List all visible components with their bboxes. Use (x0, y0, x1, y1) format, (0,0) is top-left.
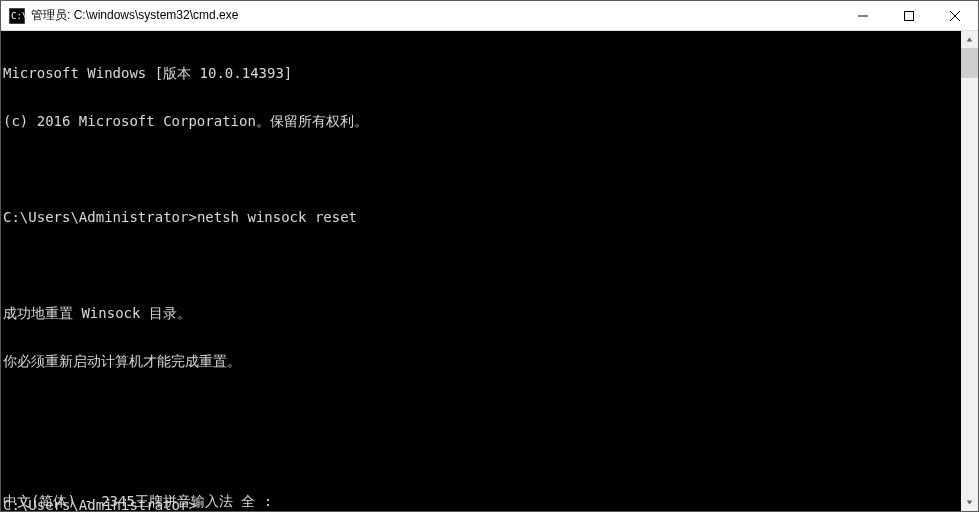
scroll-down-button[interactable] (961, 494, 978, 511)
result-line: 你必须重新启动计算机才能完成重置。 (3, 353, 961, 369)
window-controls (840, 1, 978, 30)
vertical-scrollbar[interactable] (961, 31, 978, 511)
svg-marker-7 (967, 500, 973, 504)
svg-rect-3 (905, 11, 914, 20)
blank-line (3, 257, 961, 273)
ime-status-line: 中文(简体) - 2345王牌拼音输入法 全 : (3, 493, 272, 509)
scroll-track[interactable] (961, 48, 978, 494)
maximize-button[interactable] (886, 1, 932, 30)
version-line: Microsoft Windows [版本 10.0.14393] (3, 65, 961, 81)
window-title: 管理员: C:\windows\system32\cmd.exe (31, 7, 840, 24)
result-line: 成功地重置 Winsock 目录。 (3, 305, 961, 321)
scroll-up-button[interactable] (961, 31, 978, 48)
cmd-icon: C:\ (9, 8, 25, 24)
svg-text:C:\: C:\ (11, 11, 25, 21)
console-output[interactable]: Microsoft Windows [版本 10.0.14393] (c) 20… (1, 31, 961, 511)
titlebar[interactable]: C:\ 管理员: C:\windows\system32\cmd.exe (1, 1, 978, 31)
copyright-line: (c) 2016 Microsoft Corporation。保留所有权利。 (3, 113, 961, 129)
svg-marker-6 (967, 37, 973, 41)
prompt-path: C:\Users\Administrator> (3, 209, 197, 225)
prompt-line: C:\Users\Administrator>netsh winsock res… (3, 209, 961, 225)
close-button[interactable] (932, 1, 978, 30)
blank-line (3, 161, 961, 177)
minimize-button[interactable] (840, 1, 886, 30)
console-area: Microsoft Windows [版本 10.0.14393] (c) 20… (1, 31, 978, 511)
blank-line (3, 449, 961, 465)
blank-line (3, 401, 961, 417)
scroll-thumb[interactable] (961, 48, 978, 78)
entered-command: netsh winsock reset (197, 209, 357, 225)
